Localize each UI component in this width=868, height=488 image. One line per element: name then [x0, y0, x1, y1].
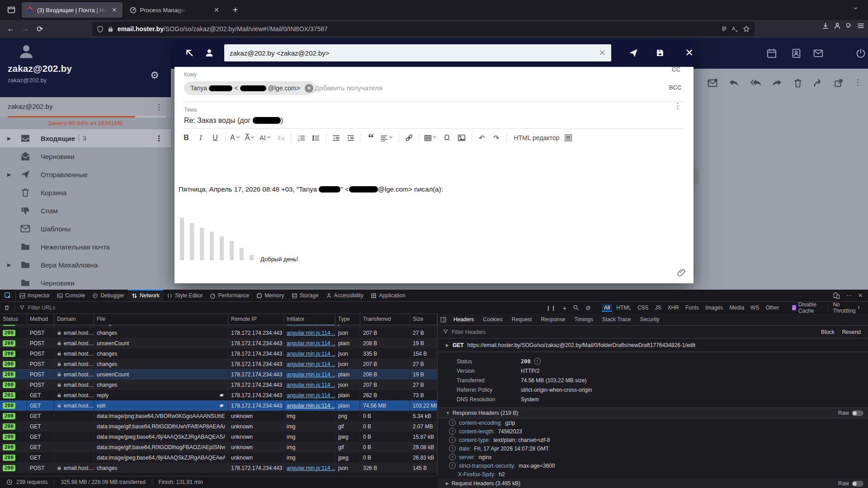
initiator[interactable]: angular.min.js:114 … [287, 340, 335, 347]
filter-urls-input[interactable]: Filter URLs [19, 305, 55, 311]
clear-from-icon[interactable]: ✕ [599, 48, 605, 58]
initiator[interactable]: angular.min.js:114 … [287, 325, 335, 326]
initiator[interactable]: angular.min.js:114 … [287, 382, 335, 388]
details-tab-security[interactable]: Security [635, 314, 664, 324]
sender-person-icon[interactable] [204, 48, 214, 58]
bold-button[interactable]: B [181, 132, 192, 144]
font-color-button[interactable]: A [230, 132, 241, 144]
type-filter-fonts[interactable]: Fonts [683, 304, 701, 312]
indent-button[interactable] [345, 132, 356, 144]
request-row[interactable]: 200POSTemail.host…unseenCount178.172.174… [0, 369, 437, 380]
bookmark-star-icon[interactable] [743, 25, 750, 33]
initiator[interactable]: angular.min.js:114 … [287, 351, 335, 357]
request-row[interactable]: 200GETemail.host…edit178.172.174.234:443… [0, 400, 437, 411]
help-icon[interactable]: ? [449, 419, 456, 426]
clear-formatting-button[interactable]: Tx [276, 132, 287, 144]
sidebar-folder-вера-михайловна[interactable]: ▶Вера Михайловна [0, 256, 171, 274]
account-row[interactable]: zakaz@202.by ⋮ [0, 97, 171, 117]
devtools-tab-console[interactable]: Console [53, 290, 89, 301]
pause-traffic-icon[interactable]: ❙❙ [546, 305, 556, 311]
reload-button[interactable]: ⟳ [33, 22, 47, 36]
account-icon[interactable] [834, 22, 841, 29]
envelope-dot-icon[interactable] [707, 78, 718, 89]
devtools-tab-memory[interactable]: Memory [253, 290, 288, 301]
devtools-tab-performance[interactable]: Performance [206, 290, 253, 301]
request-row[interactable]: 200POSTemail.host…changes178.172.174.234… [0, 359, 437, 369]
tab-close-icon[interactable]: ✕ [213, 6, 220, 14]
blockquote-button[interactable]: “ [366, 132, 377, 144]
devtools-tab-debugger[interactable]: Debugger [89, 290, 128, 301]
sidebar-folder-шаблоны[interactable]: Шаблоны [0, 220, 171, 238]
type-filter-xhr[interactable]: XHR [665, 304, 681, 312]
request-row[interactable]: 200GETdata:image/png;base64,iVBORw0KGgoA… [0, 411, 437, 421]
column-header-initiator[interactable]: Initiator [284, 314, 335, 324]
request-row[interactable]: 201GETemail.host…reply178.172.174.234:44… [0, 390, 437, 400]
power-icon[interactable] [855, 48, 866, 59]
underline-button[interactable]: U [210, 132, 221, 144]
extensions-icon[interactable] [845, 22, 853, 29]
message-menu-icon[interactable]: ⋮ [854, 78, 862, 89]
back-button[interactable]: ← [4, 22, 18, 36]
type-filter-js[interactable]: JS [653, 304, 664, 312]
reader-mode-icon[interactable] [721, 26, 727, 33]
request-row[interactable]: 200GETdata:image/gif;base64,R0lGODlhUwVF… [0, 421, 437, 432]
firefox-view-button[interactable] [4, 3, 19, 17]
sidebar-folder-корзина[interactable]: Корзина [0, 183, 171, 202]
initiator[interactable]: angular.min.js:114 … [287, 361, 335, 367]
column-header-transferred[interactable]: Transferred [360, 314, 410, 324]
devtools-tab-style-editor[interactable]: Style Editor [163, 290, 206, 301]
highlight-color-button[interactable]: A̅ [245, 132, 256, 144]
sidebar-folder-черновики[interactable]: Черновики [0, 147, 171, 165]
reply-icon[interactable] [728, 78, 739, 89]
filter-headers-input[interactable]: Filter Headers [443, 329, 486, 335]
help-icon[interactable]: ? [449, 462, 456, 469]
expand-arrow-icon[interactable]: ▶ [7, 136, 14, 141]
bullet-list-button[interactable] [311, 132, 321, 144]
raw-toggle[interactable] [852, 410, 863, 416]
redirect-icon[interactable] [813, 78, 823, 89]
menu-hamburger-icon[interactable] [857, 22, 864, 29]
downloads-icon[interactable] [822, 22, 829, 29]
details-tab-timings[interactable]: Timings [570, 314, 598, 324]
help-icon[interactable]: ? [449, 436, 456, 443]
sidebar-folder-входящие[interactable]: ▶Входящие3⋮ [0, 129, 171, 147]
translate-icon[interactable]: Aя [731, 25, 739, 33]
request-url-row[interactable]: ▶ GET https://email.hoster.by/SOGo/so/za… [438, 338, 868, 352]
reply-all-icon[interactable] [750, 78, 761, 89]
column-header-type[interactable]: Type [335, 314, 360, 324]
compose-body[interactable]: Пятница, Апрель 17, 2026 08:48 +03, "Tan… [179, 185, 443, 193]
block-url-icon[interactable]: ⊘ [585, 304, 591, 311]
initiator[interactable]: angular.min.js:114 … [287, 371, 335, 378]
calendar-icon[interactable] [766, 48, 777, 59]
insert-link-button[interactable] [404, 132, 415, 144]
redo-button[interactable]: ↷ [491, 132, 502, 144]
request-row[interactable]: 200POSTemail.host…changes178.172.174.234… [0, 328, 437, 338]
request-row[interactable]: 200POSTemail.host…changes178.172.174.234… [0, 348, 437, 359]
request-row[interactable]: 200GETdata:image/jpeg;base64,/9j/4AAQSkZ… [0, 452, 437, 463]
request-row[interactable]: 200POSTemail.host…changes178.172.174.234… [0, 380, 437, 390]
details-tab-cookies[interactable]: Cookies [478, 314, 507, 324]
sidebar-folder-черновики[interactable]: Черновики [0, 274, 171, 290]
column-header-domain[interactable]: Domain [54, 314, 94, 324]
help-icon[interactable]: ? [449, 454, 456, 460]
pick-element-icon[interactable] [0, 290, 16, 301]
devtools-tab-application[interactable]: Application [367, 290, 409, 301]
devtools-tab-network[interactable]: Network [128, 290, 163, 301]
screenshot-tool-button[interactable] [563, 132, 574, 144]
initiator[interactable]: angular.min.js:114 … [287, 392, 335, 399]
forward-icon[interactable] [772, 78, 783, 89]
resend-button[interactable]: Resend [838, 329, 864, 335]
devtools-tab-storage[interactable]: Storage [288, 290, 322, 301]
devtools-tab-inspector[interactable]: Inspector [16, 290, 53, 301]
bcc-button[interactable]: BCC [669, 84, 681, 91]
help-icon[interactable]: ? [449, 428, 456, 435]
list-all-tabs-icon[interactable] [854, 5, 859, 14]
type-filter-all[interactable]: All [602, 304, 612, 312]
details-tab-headers[interactable]: Headers [449, 314, 478, 324]
initiator[interactable]: angular.min.js:114 … [287, 465, 335, 471]
request-row[interactable]: 200GETdata:image/gif;base64,R0lGODlhogFB… [0, 442, 437, 452]
tab-close-icon[interactable]: ✕ [111, 6, 118, 14]
responsive-design-icon[interactable] [833, 292, 840, 299]
sidebar-folder-отправленные[interactable]: ▶Отправленные [0, 165, 171, 183]
request-headers-section[interactable]: ▶ Request Headers (3.495 kB) Raw [438, 479, 868, 488]
